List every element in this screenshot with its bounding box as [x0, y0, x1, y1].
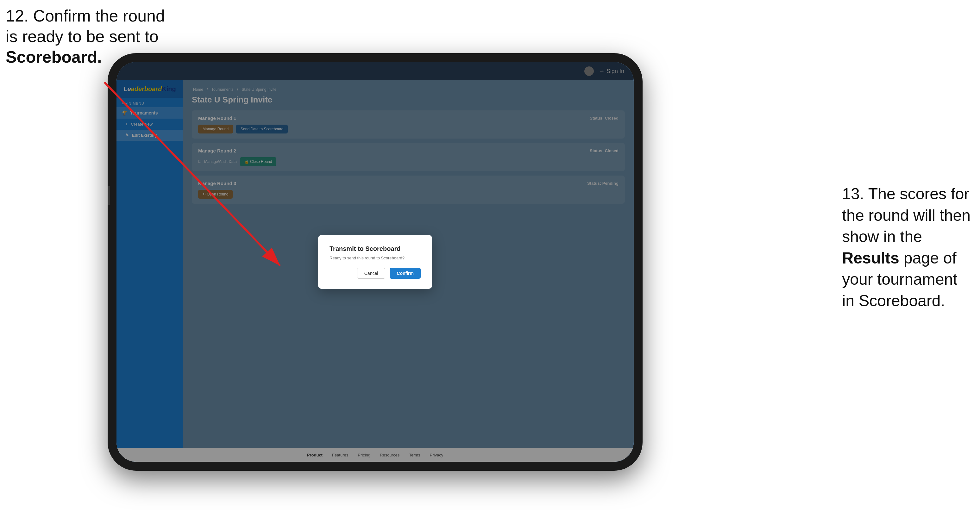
modal-cancel-button[interactable]: Cancel [357, 268, 385, 279]
modal-confirm-button[interactable]: Confirm [390, 268, 421, 279]
tablet-screen: → Sign In LeaderboardKing MAIN MENU [116, 62, 634, 462]
tablet-side-button [108, 186, 110, 205]
modal-overlay: Transmit to Scoreboard Ready to send thi… [116, 62, 634, 462]
modal-buttons: Cancel Confirm [329, 268, 421, 279]
annotation-step12: 12. Confirm the round is ready to be sen… [6, 6, 165, 67]
modal-subtitle: Ready to send this round to Scoreboard? [329, 256, 421, 260]
tablet-frame: → Sign In LeaderboardKing MAIN MENU [108, 53, 643, 471]
annotation-step13: 13. The scores forthe round will thensho… [842, 184, 970, 311]
modal-title: Transmit to Scoreboard [329, 245, 421, 252]
screen-content: → Sign In LeaderboardKing MAIN MENU [116, 62, 634, 462]
transmit-modal: Transmit to Scoreboard Ready to send thi… [318, 235, 432, 289]
